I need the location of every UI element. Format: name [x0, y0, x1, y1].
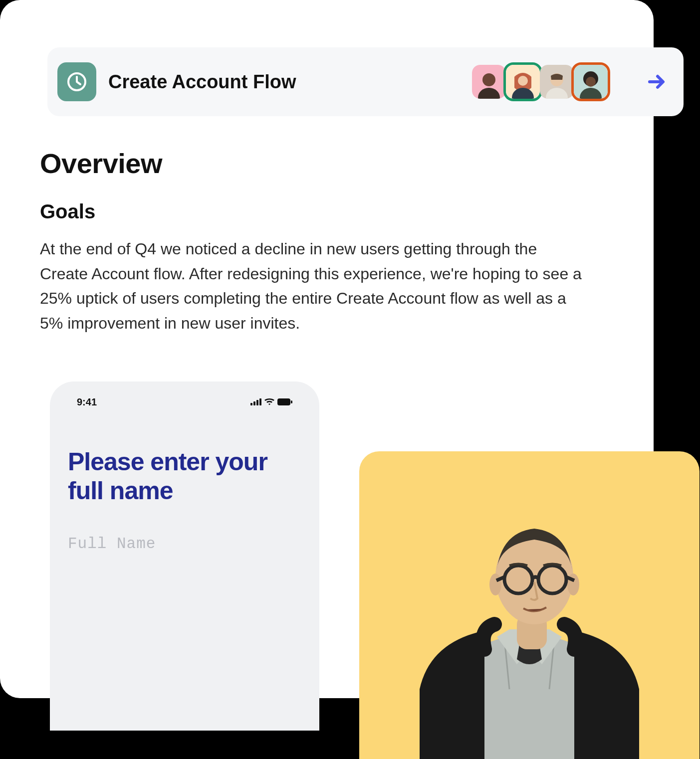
battery-icon	[277, 396, 292, 408]
avatar[interactable]	[503, 62, 542, 101]
goals-heading: Goals	[40, 200, 614, 223]
svg-rect-1	[253, 401, 255, 405]
svg-point-16	[580, 88, 602, 99]
svg-rect-3	[259, 398, 261, 405]
full-name-input[interactable]: Full Name	[68, 535, 301, 553]
avatar[interactable]	[537, 62, 576, 101]
avatar[interactable]	[571, 62, 610, 101]
document-content: Overview Goals At the end of Q4 we notic…	[40, 147, 614, 336]
phone-time: 9:41	[77, 396, 97, 408]
wifi-icon	[264, 396, 274, 408]
person-illustration	[390, 490, 669, 759]
feature-person-photo	[359, 451, 700, 759]
svg-point-11	[512, 88, 534, 99]
phone-screen-heading: Please enter your full name	[68, 448, 301, 505]
arrow-right-icon	[647, 72, 667, 92]
svg-point-10	[518, 76, 528, 86]
document-title: Create Account Flow	[108, 71, 458, 93]
avatar[interactable]	[469, 62, 508, 101]
clock-icon	[57, 62, 96, 101]
collaborator-avatars[interactable]	[469, 62, 610, 101]
phone-status-icons	[250, 396, 292, 408]
svg-point-8	[478, 88, 500, 99]
phone-mockup: 9:41 Please enter your full name Full Na…	[50, 381, 319, 731]
signal-icon	[250, 396, 261, 408]
svg-rect-0	[250, 403, 252, 405]
svg-point-19	[489, 573, 501, 595]
svg-rect-5	[291, 400, 292, 403]
overview-heading: Overview	[40, 147, 614, 180]
goals-body-text: At the end of Q4 we noticed a decline in…	[40, 237, 584, 336]
open-arrow-button[interactable]	[645, 70, 669, 94]
document-header-bar[interactable]: Create Account Flow	[47, 47, 684, 116]
svg-rect-2	[256, 400, 258, 405]
svg-rect-4	[277, 398, 290, 405]
svg-point-13	[546, 88, 568, 99]
svg-point-15	[586, 77, 596, 87]
phone-status-bar: 9:41	[68, 396, 301, 408]
svg-point-7	[482, 73, 495, 86]
